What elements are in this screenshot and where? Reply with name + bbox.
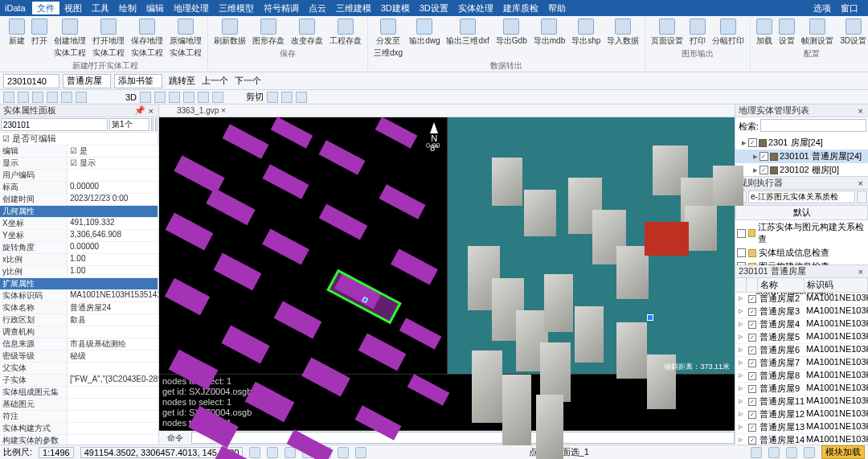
ribbon-button[interactable]: 导出shp [569, 18, 603, 59]
close-icon[interactable]: × [147, 106, 155, 116]
building-2d[interactable] [391, 248, 438, 285]
table-row[interactable]: ▹普通房屋8MA1001NE103H1535... [735, 370, 868, 383]
building-2d[interactable] [271, 117, 313, 148]
table-row[interactable]: ▹普通房屋12MA1001NE103H1535... [735, 408, 868, 421]
menu-10[interactable]: 3D建模 [376, 2, 415, 14]
building-3d[interactable] [685, 206, 717, 251]
building-2d[interactable] [174, 155, 224, 194]
module-load-badge[interactable]: 模块加载 [821, 445, 865, 459]
table-row[interactable]: ▹普通房屋2MA1001NE103H1535... [735, 293, 868, 305]
close-icon[interactable]: × [857, 267, 865, 277]
run-rule-button[interactable] [857, 191, 867, 203]
ribbon-button[interactable]: 创建地理实体工程 [51, 18, 88, 59]
menu-right[interactable]: 窗口 [836, 2, 863, 14]
table-row[interactable]: ▹普通房屋11MA1001NE103H1535... [735, 395, 868, 408]
tool-icon[interactable] [281, 92, 293, 103]
menu-14[interactable]: 帮助 [543, 2, 571, 14]
tool-icon[interactable] [267, 92, 278, 103]
tree-item[interactable]: ▸230101 普通房屋[24] [735, 150, 868, 163]
status-icon[interactable] [751, 447, 762, 458]
building-2d[interactable] [214, 252, 262, 290]
ribbon-button[interactable]: 输出三维dxf [444, 18, 491, 59]
nav-button[interactable]: 下一个 [235, 76, 261, 85]
bookmark-combo[interactable]: 添加书签 [114, 74, 162, 88]
entity-search-input[interactable] [760, 119, 866, 132]
building-2d[interactable] [375, 117, 418, 148]
prop-value[interactable] [68, 435, 158, 445]
building-3d[interactable] [575, 306, 604, 363]
ribbon-button[interactable]: 页面设置 [649, 18, 686, 47]
building-3d[interactable] [616, 246, 649, 299]
prop-value[interactable]: 0.00000 [68, 242, 158, 253]
tool-icon[interactable] [183, 92, 194, 103]
tree-item[interactable]: ▸2301 房屋[24] [735, 136, 868, 150]
entity-index-input[interactable] [109, 118, 149, 131]
ribbon-button[interactable]: 导出Gdb [493, 18, 530, 59]
building-2d[interactable] [263, 164, 309, 199]
scale-combo[interactable]: 1:1496 [39, 447, 74, 458]
ribbon-button[interactable]: 原编地理实体工程 [167, 18, 204, 59]
prop-value[interactable] [68, 399, 158, 410]
status-icon[interactable] [786, 447, 797, 458]
table-row[interactable]: ▹普通房屋5MA1001NE103H1535... [735, 331, 868, 344]
nav-button[interactable]: 跳转至 [169, 76, 195, 85]
table-row[interactable]: ▹普通房屋14MA1001NE103H1535... [735, 434, 868, 445]
menu-1[interactable]: 视图 [59, 2, 87, 14]
table-row[interactable]: ▹普通房屋4MA1001NE103H1535... [735, 318, 868, 331]
status-icon[interactable] [355, 447, 366, 458]
layer-combo[interactable]: 普通房屋 [63, 74, 111, 88]
building-2d[interactable] [274, 301, 322, 338]
prop-value[interactable] [68, 326, 158, 338]
table-row[interactable]: ▹普通房屋3MA1001NE103H1535... [735, 305, 868, 318]
prop-value[interactable]: 3,306,646.908 [68, 230, 158, 241]
tree-item[interactable]: ▸230102 棚房[0] [735, 163, 868, 177]
building-3d[interactable] [502, 375, 531, 445]
tool-icon[interactable] [32, 92, 43, 103]
building-2d[interactable] [223, 124, 269, 158]
building-2d[interactable] [319, 204, 368, 240]
building-2d[interactable] [165, 278, 210, 315]
prop-value[interactable]: MA1001NE103H15351422... [68, 290, 158, 301]
menu-right[interactable]: 选项 [809, 2, 836, 14]
building-2d[interactable] [319, 140, 366, 174]
refresh-button[interactable] [151, 118, 154, 131]
tool-icon[interactable] [154, 92, 166, 103]
building-2d[interactable] [221, 326, 269, 364]
ribbon-button[interactable]: 输出dwg [407, 18, 442, 59]
cut-label[interactable]: 剪切 [246, 91, 264, 103]
menu-2[interactable]: 工具 [87, 2, 114, 14]
ribbon-button[interactable]: 分幅打印 [710, 18, 747, 47]
building-2d[interactable] [358, 333, 407, 371]
prop-value[interactable]: ["FW_A","{3C2043E0-2897-... [68, 375, 158, 386]
ribbon-button[interactable]: 刷新数据 [211, 18, 248, 47]
code-combo[interactable]: 23010140 [3, 74, 59, 88]
rule-item[interactable]: 实体组成信息检查 [735, 246, 868, 260]
tool-icon[interactable] [212, 92, 223, 103]
menu-6[interactable]: 三维模型 [214, 2, 259, 14]
building-3d[interactable] [472, 350, 502, 423]
selection-handle[interactable] [362, 297, 368, 303]
status-icon[interactable] [267, 447, 278, 458]
nav-button[interactable]: 上一个 [202, 76, 228, 85]
prop-value[interactable] [68, 387, 158, 398]
viewport-3d[interactable]: 倾斜距离：373.11米 [448, 117, 735, 374]
tool-icon[interactable] [3, 92, 14, 103]
rule-item[interactable]: 江苏实体与图元构建关系检查 [735, 220, 868, 246]
prop-value[interactable]: 市县级基础测绘 [68, 338, 158, 350]
prop-value[interactable] [68, 411, 158, 422]
building-2d[interactable] [206, 188, 256, 226]
pin-icon[interactable]: 📌 [133, 105, 147, 116]
tool-icon[interactable] [296, 92, 307, 103]
tool-icon[interactable] [76, 92, 87, 103]
ribbon-button[interactable]: 保存地理实体工程 [129, 18, 166, 59]
prop-value[interactable]: 2023/12/23 0:00 [68, 194, 158, 205]
status-icon[interactable] [249, 447, 260, 458]
close-icon[interactable]: × [857, 106, 865, 116]
ribbon-button[interactable]: 改变存盘 [289, 18, 326, 47]
ribbon-button[interactable]: 3D设置 [837, 18, 868, 47]
building-2d[interactable] [166, 212, 214, 250]
close-icon[interactable]: × [857, 178, 865, 188]
ribbon-button[interactable]: 打印 [687, 18, 708, 47]
prop-value[interactable]: 491,109.332 [68, 218, 158, 229]
table-row[interactable]: ▹普通房屋7MA1001NE103H1535... [735, 357, 868, 370]
